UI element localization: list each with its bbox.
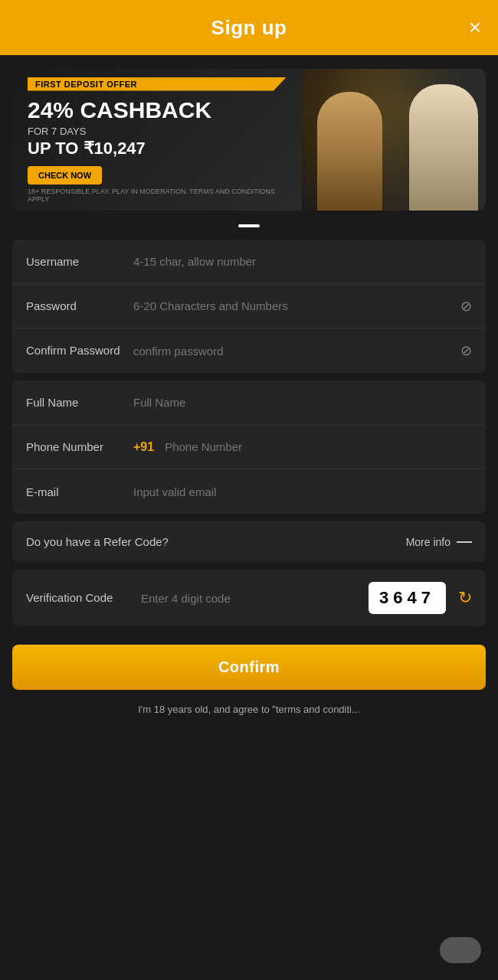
refer-question: Do you have a Refer Code?	[26, 535, 169, 548]
banner-disclaimer: 18+ RESPONSIBLE PLAY. PLAY IN MODERATION…	[28, 188, 287, 203]
refer-section: Do you have a Refer Code? More info	[12, 521, 486, 562]
banner-dots	[0, 217, 498, 232]
username-input[interactable]	[133, 255, 472, 268]
confirm-password-input[interactable]	[133, 345, 454, 358]
email-row: E-mail	[12, 469, 486, 514]
more-info-label: More info	[406, 536, 450, 548]
password-label: Password	[26, 299, 133, 312]
fullname-label: Full Name	[26, 396, 133, 409]
banner-days: FOR 7 DAYS	[28, 126, 287, 137]
banner-background	[302, 69, 486, 211]
username-label: Username	[26, 255, 133, 268]
phone-input-area: +91	[133, 440, 472, 454]
banner-cashback: 24% CASHBACK	[28, 97, 287, 122]
email-input[interactable]	[133, 485, 472, 498]
phone-row: Phone Number +91	[12, 425, 486, 469]
chat-bubble-button[interactable]	[440, 937, 481, 963]
fullname-input[interactable]	[133, 396, 472, 409]
phone-label: Phone Number	[26, 439, 133, 455]
password-eye-icon[interactable]: ⊘	[460, 298, 472, 315]
password-row: Password ⊘	[12, 284, 486, 328]
terms-text: I'm 18 years old, and agree to "terms an…	[0, 697, 498, 726]
account-section: Username Password ⊘ Confirm Password ⊘	[12, 240, 486, 373]
password-input-area: ⊘	[133, 298, 472, 315]
banner-text-content: FIRST DEPOSIT OFFER 24% CASHBACK FOR 7 D…	[12, 69, 302, 211]
verification-row: Verification Code Enter 4 digit code 364…	[12, 570, 486, 626]
personal-section: Full Name Phone Number +91 E-mail	[12, 381, 486, 514]
promo-banner: FIRST DEPOSIT OFFER 24% CASHBACK FOR 7 D…	[0, 55, 498, 217]
confirm-password-label: Confirm Password	[26, 343, 133, 358]
phone-input[interactable]	[165, 440, 472, 453]
verification-section: Verification Code Enter 4 digit code 364…	[12, 570, 486, 626]
confirm-button[interactable]: Confirm	[12, 645, 486, 690]
dot-1[interactable]	[238, 224, 260, 227]
confirm-password-row: Confirm Password ⊘	[12, 328, 486, 373]
password-input[interactable]	[133, 299, 454, 312]
verification-label: Verification Code	[26, 590, 133, 606]
confirm-password-input-area: ⊘	[133, 342, 472, 359]
verification-placeholder: Enter 4 digit code	[141, 592, 361, 605]
more-info-button[interactable]: More info	[406, 536, 472, 548]
refer-row: Do you have a Refer Code? More info	[12, 521, 486, 562]
banner-check-button[interactable]: CHECK NOW	[28, 166, 102, 185]
banner-tag: FIRST DEPOSIT OFFER	[28, 77, 287, 91]
fullname-input-area	[133, 396, 472, 409]
banner-card: FIRST DEPOSIT OFFER 24% CASHBACK FOR 7 D…	[12, 69, 486, 211]
confirm-password-eye-icon[interactable]: ⊘	[460, 342, 472, 359]
refresh-captcha-icon[interactable]: ↻	[458, 588, 472, 608]
person-left	[317, 92, 382, 211]
email-input-area	[133, 485, 472, 498]
username-input-area	[133, 255, 472, 268]
captcha-code: 3647	[369, 582, 446, 614]
username-row: Username	[12, 240, 486, 284]
banner-amount: UP TO ₹10,247	[28, 139, 287, 158]
close-button[interactable]: ×	[469, 17, 481, 38]
header: Sign up ×	[0, 0, 498, 55]
dash-icon	[457, 541, 472, 543]
page-title: Sign up	[211, 16, 287, 40]
fullname-row: Full Name	[12, 381, 486, 425]
phone-prefix[interactable]: +91	[133, 440, 154, 454]
person-right	[409, 84, 478, 211]
email-label: E-mail	[26, 485, 133, 498]
banner-image	[302, 69, 486, 211]
